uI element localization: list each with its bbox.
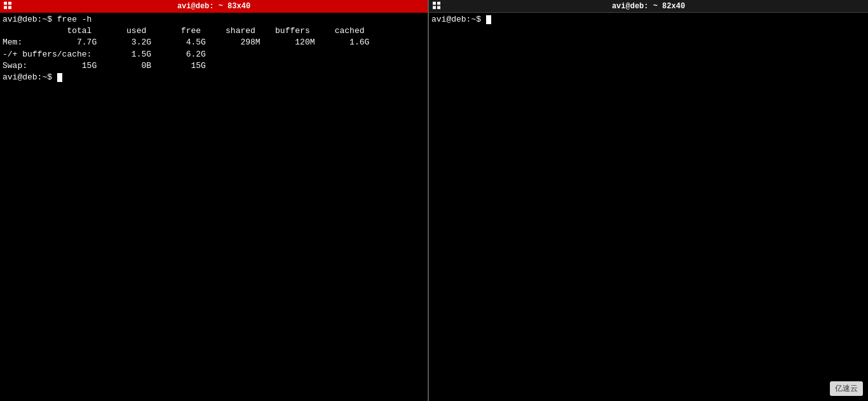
svg-rect-3 — [8, 6, 11, 10]
svg-rect-4 — [433, 1, 436, 4]
watermark: 亿速云 — [830, 381, 863, 396]
title-bar-left: avi@deb: ~ 83x40 — [0, 0, 428, 13]
svg-rect-5 — [437, 1, 440, 4]
cursor-left — [57, 73, 62, 82]
svg-rect-0 — [4, 2, 7, 5]
title-bar-right: avi@deb: ~ 82x40 — [429, 0, 868, 13]
terminal-icon-left — [4, 2, 11, 11]
title-text-left: avi@deb: ~ 83x40 — [177, 2, 250, 11]
terminal-content-left[interactable]: avi@deb:~$ free -h total used free share… — [0, 13, 428, 401]
title-text-right: avi@deb: ~ 82x40 — [612, 2, 685, 11]
terminal-icon-right — [433, 1, 440, 11]
cursor-right — [486, 15, 491, 24]
svg-rect-6 — [433, 6, 436, 9]
svg-rect-2 — [4, 6, 7, 10]
svg-rect-1 — [8, 2, 11, 5]
terminal-left[interactable]: avi@deb: ~ 83x40 avi@deb:~$ free -h tota… — [0, 0, 429, 401]
terminal-right[interactable]: avi@deb: ~ 82x40 avi@deb:~$ — [429, 0, 868, 401]
terminal-output-right: avi@deb:~$ — [431, 15, 491, 24]
terminal-output-left: avi@deb:~$ free -h total used free share… — [3, 15, 369, 82]
terminal-content-right[interactable]: avi@deb:~$ — [429, 13, 868, 401]
svg-rect-7 — [437, 6, 440, 9]
